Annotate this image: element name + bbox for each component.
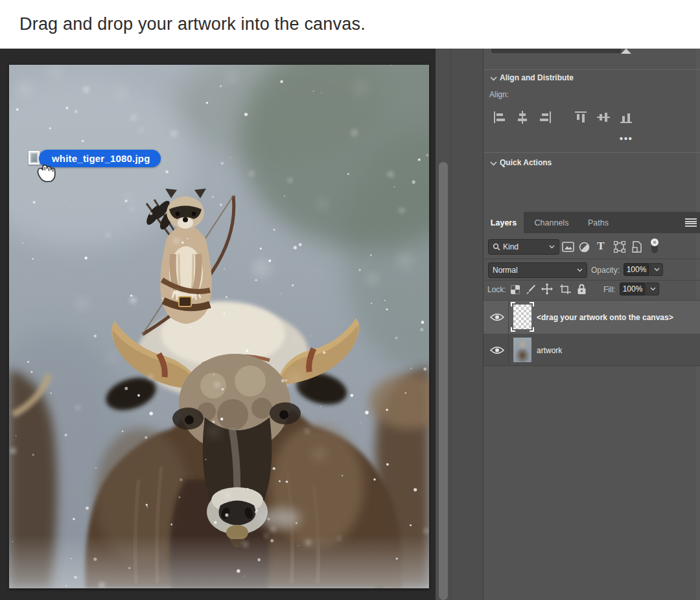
- quick-actions-header[interactable]: Quick Actions: [500, 158, 552, 167]
- selection-bracket: [511, 302, 515, 306]
- fill-label: Fill:: [603, 285, 616, 294]
- lock-artboard-button[interactable]: [559, 283, 572, 295]
- section-divider: [484, 69, 700, 70]
- more-align-options-button[interactable]: •••: [620, 133, 633, 144]
- tab-layers[interactable]: Layers: [484, 212, 524, 233]
- chevron-down-icon: [549, 245, 555, 249]
- layer-visibility-eye-icon[interactable]: [490, 313, 504, 321]
- workspace-scrollbar[interactable]: [439, 162, 448, 600]
- layer-name: <drag your artwork onto the canvas>: [537, 313, 673, 322]
- align-label: Align:: [489, 90, 509, 99]
- canvas-gutter: [436, 49, 483, 600]
- grab-hand-cursor-icon: [32, 156, 61, 184]
- lock-all-button[interactable]: [576, 283, 587, 295]
- page-title: Drag and drop your artwork into the canv…: [19, 14, 366, 34]
- lock-image-pixels-button[interactable]: [525, 283, 537, 295]
- clipped-field-fragment: [491, 49, 621, 53]
- lock-position-button[interactable]: [541, 283, 554, 295]
- scroll-up-arrow-icon: [621, 49, 631, 54]
- selection-bracket: [530, 302, 534, 306]
- row-divider: [484, 259, 700, 259]
- align-distribute-header[interactable]: Align and Distribute: [500, 73, 574, 82]
- gutter-divider: [450, 49, 451, 600]
- eye-column-divider: [508, 301, 509, 365]
- opacity-value[interactable]: 100%: [624, 263, 649, 276]
- chevron-down-icon: [650, 287, 656, 291]
- workspace: white_tiger_1080.jpg: [0, 49, 700, 600]
- artwork-layer-thumbnail[interactable]: [513, 338, 531, 362]
- chevron-down-icon: [577, 268, 583, 272]
- pixel-layer-filter-button[interactable]: [561, 240, 575, 253]
- opacity-dropdown-button[interactable]: [650, 263, 663, 276]
- kind-filter-value: Kind: [503, 242, 549, 251]
- layer-visibility-eye-icon[interactable]: [490, 346, 504, 354]
- adjustment-layer-filter-button[interactable]: [578, 240, 590, 253]
- section-divider: [484, 152, 700, 153]
- tab-paths[interactable]: Paths: [579, 212, 617, 233]
- align-left-edges-button[interactable]: [492, 110, 508, 125]
- layer-name: artwork: [537, 346, 562, 355]
- photoshop-window: Drag and drop your artwork into the canv…: [0, 0, 700, 600]
- row-divider: [484, 280, 700, 281]
- artwork-scene-image: [9, 65, 429, 588]
- layer-row-drop-target[interactable]: <drag your artwork onto the canvas>: [484, 301, 700, 334]
- panel-menu-icon[interactable]: [685, 218, 697, 227]
- layer-row-artwork[interactable]: artwork: [484, 334, 700, 366]
- lock-label: Lock:: [487, 285, 506, 294]
- fill-dropdown-button[interactable]: [646, 283, 659, 295]
- align-right-edges-button[interactable]: [537, 110, 553, 125]
- selection-bracket: [511, 327, 515, 332]
- blend-mode-value: Normal: [493, 266, 577, 275]
- layers-panel-tabbar: Layers Channels Paths: [484, 212, 700, 233]
- empty-layer-thumbnail[interactable]: [513, 305, 531, 329]
- filter-toggle-switch[interactable]: [649, 238, 660, 255]
- selection-bracket: [530, 327, 534, 332]
- align-top-edges-button[interactable]: [573, 110, 589, 125]
- dragged-filename: white_tiger_1080.jpg: [52, 153, 150, 164]
- canvas-document[interactable]: white_tiger_1080.jpg: [9, 65, 429, 588]
- align-horizontal-centers-button[interactable]: [515, 110, 530, 125]
- smart-object-filter-button[interactable]: [631, 240, 644, 253]
- kind-filter-select[interactable]: Kind: [488, 239, 559, 255]
- type-layer-filter-button[interactable]: T: [594, 239, 607, 253]
- shape-layer-filter-button[interactable]: [612, 240, 627, 253]
- blend-mode-select[interactable]: Normal: [488, 262, 587, 278]
- collapse-chevron-icon[interactable]: [490, 76, 497, 81]
- header-banner: Drag and drop your artwork into the canv…: [0, 0, 700, 49]
- align-vertical-centers-button[interactable]: [596, 110, 611, 125]
- align-bottom-edges-button[interactable]: [618, 110, 634, 125]
- search-icon: [493, 243, 500, 251]
- fill-value[interactable]: 100%: [620, 283, 646, 295]
- chevron-down-icon: [654, 268, 660, 271]
- right-panel: Align and Distribute Align:: [483, 49, 700, 600]
- opacity-label: Opacity:: [591, 266, 620, 275]
- canvas-area: white_tiger_1080.jpg: [0, 49, 436, 600]
- lock-transparent-pixels-button[interactable]: [509, 284, 521, 295]
- collapse-chevron-icon[interactable]: [490, 161, 497, 166]
- tab-channels[interactable]: Channels: [524, 212, 579, 233]
